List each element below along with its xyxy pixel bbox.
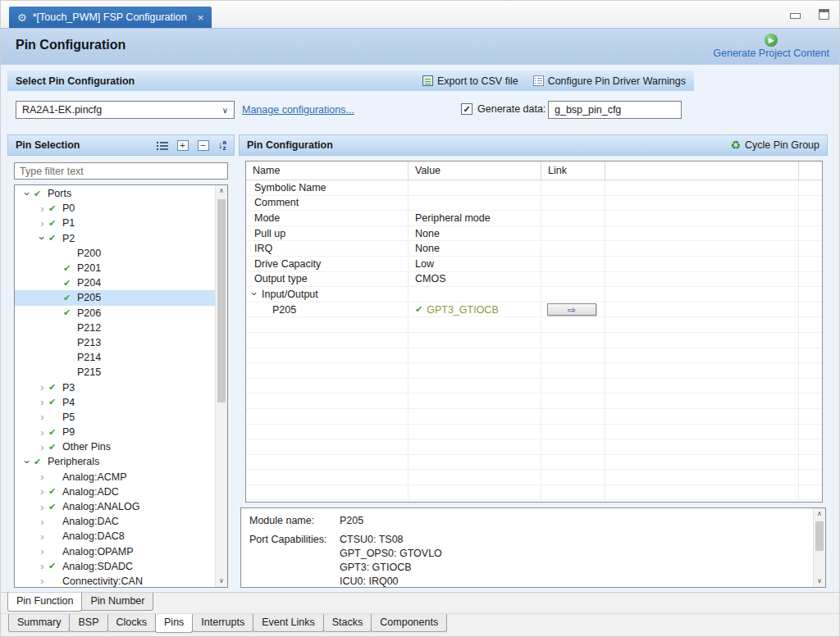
scrollbar-thumb[interactable] (815, 521, 824, 551)
tree-item-p9[interactable]: ›✔P9 (15, 425, 215, 439)
tree-item-p214[interactable]: P214 (15, 350, 215, 365)
tree-item-peripherals[interactable]: ›✔Peripherals (15, 454, 215, 469)
column-header-name[interactable]: Name (246, 162, 409, 180)
table-row-irq[interactable]: IRQNone (246, 241, 822, 257)
column-header-value[interactable]: Value (409, 162, 541, 180)
collapse-all-icon[interactable]: − (198, 140, 209, 151)
chevron-right-icon[interactable]: › (36, 471, 48, 482)
scroll-down-icon[interactable]: ∨ (814, 576, 825, 587)
tree-scrollbar[interactable]: ∧ ∨ (215, 185, 227, 587)
tab-pin-number[interactable]: Pin Number (81, 593, 153, 611)
tree-item-p2[interactable]: ›✔P2 (15, 231, 215, 246)
module-info-scrollbar[interactable]: ∧ ∨ (813, 508, 825, 587)
cycle-pin-group-button[interactable]: ♻ Cycle Pin Group (730, 139, 819, 152)
tree-item-p212[interactable]: P212 (15, 321, 215, 335)
scroll-down-icon[interactable]: ∨ (216, 576, 227, 587)
tree-item-analog-opamp[interactable]: ›Analog:OPAMP (15, 544, 215, 559)
configure-pin-driver-warnings-button[interactable]: Configure Pin Driver Warnings (533, 75, 686, 87)
chevron-down-icon[interactable]: › (22, 456, 33, 468)
table-row-symbolic-name[interactable]: Symbolic Name (246, 180, 822, 196)
tree-item-p3[interactable]: ›✔P3 (15, 380, 215, 394)
scroll-up-icon[interactable]: ∧ (216, 185, 227, 197)
tree-item-p201[interactable]: ✔P201 (15, 261, 215, 275)
chevron-right-icon[interactable]: › (36, 203, 48, 214)
chevron-right-icon[interactable]: › (36, 561, 48, 571)
tree-item-analog-acmp[interactable]: ›Analog:ACMP (15, 470, 215, 485)
tab-summary[interactable]: Summary (8, 614, 70, 632)
restore-icon[interactable] (819, 9, 829, 20)
pin-configuration-select[interactable]: RA2A1-EK.pincfg ∨ (16, 101, 235, 119)
table-row-empty (246, 348, 822, 364)
generate-project-content[interactable]: ▶ Generate Project Content (713, 31, 829, 59)
tree-item-analog-analog[interactable]: ›✔Analog:ANALOG (15, 499, 215, 514)
tree-item-analog-dac[interactable]: ›Analog:DAC (15, 514, 215, 529)
table-row-mode[interactable]: ModePeripheral mode (246, 211, 822, 226)
sort-az-icon[interactable]: ↓ az (218, 139, 226, 151)
table-row-comment[interactable]: Comment (246, 196, 822, 212)
tree-item-other-pins[interactable]: ›✔Other Pins (15, 439, 215, 454)
tree-item-analog-dac8[interactable]: ›Analog:DAC8 (15, 529, 215, 544)
table-row-output-type[interactable]: Output typeCMOS (246, 272, 822, 288)
table-row-p205[interactable]: P205✔GPT3_GTIOCB⇨ (246, 303, 822, 318)
chevron-right-icon[interactable]: › (36, 218, 48, 229)
tree-item-p1[interactable]: ›✔P1 (15, 216, 215, 230)
tree-item-p200[interactable]: P200 (15, 246, 215, 261)
tab-clocks[interactable]: Clocks (107, 614, 157, 632)
export-csv-button[interactable]: Export to CSV file (422, 75, 518, 87)
chevron-down-icon[interactable]: › (22, 188, 33, 200)
chevron-right-icon[interactable]: › (36, 546, 48, 557)
chevron-right-icon[interactable]: › (36, 576, 48, 586)
table-row-input-output[interactable]: ›Input/Output (246, 287, 822, 303)
tree-item-analog-adc[interactable]: ›✔Analog:ADC (15, 485, 215, 499)
editor-tab-fsp-configuration[interactable]: ⚙ *[Touch_PWM] FSP Configuration × (9, 7, 212, 28)
chevron-right-icon[interactable]: › (36, 531, 48, 542)
chevron-right-icon[interactable]: › (36, 502, 48, 512)
tab-pin-function[interactable]: Pin Function (7, 593, 82, 612)
pin-link-button[interactable]: ⇨ (547, 303, 596, 316)
chevron-right-icon[interactable]: › (36, 516, 48, 527)
scrollbar-thumb[interactable] (217, 199, 226, 403)
tree-item-label: P1 (62, 217, 75, 229)
manage-configurations-link[interactable]: Manage configurations... (242, 104, 354, 116)
check-icon: ✔ (415, 304, 422, 315)
tree-item-p215[interactable]: P215 (15, 365, 215, 380)
tree-item-p5[interactable]: ›P5 (15, 410, 215, 425)
row-name: IRQ (246, 243, 272, 254)
generate-data-checkbox[interactable]: ✓ (461, 103, 472, 115)
generate-project-content-link[interactable]: Generate Project Content (713, 48, 829, 59)
chevron-down-icon[interactable]: › (249, 289, 260, 300)
generate-data-input[interactable] (548, 101, 682, 119)
tree-item-p4[interactable]: ›✔P4 (15, 395, 215, 410)
tree-item-p205[interactable]: ✔P205 (15, 290, 215, 305)
scroll-up-icon[interactable]: ∧ (814, 508, 825, 520)
tab-bsp[interactable]: BSP (69, 614, 107, 632)
chevron-right-icon[interactable]: › (36, 442, 48, 453)
tab-pins[interactable]: Pins (155, 614, 193, 633)
minimize-icon[interactable] (790, 13, 801, 19)
chevron-right-icon[interactable]: › (36, 486, 48, 497)
column-header-link[interactable]: Link (541, 162, 605, 180)
table-row-drive-capacity[interactable]: Drive CapacityLow (246, 257, 822, 272)
chevron-right-icon[interactable]: › (36, 397, 48, 407)
tab-stacks[interactable]: Stacks (323, 614, 372, 632)
tree-item-p0[interactable]: ›✔P0 (15, 201, 215, 216)
tree-item-analog-sdadc[interactable]: ›✔Analog:SDADC (15, 559, 215, 574)
chevron-right-icon[interactable]: › (36, 412, 48, 422)
tree-item-p213[interactable]: P213 (15, 335, 215, 350)
chevron-down-icon[interactable]: › (37, 232, 48, 244)
tab-interrupts[interactable]: Interrupts (192, 614, 253, 632)
tree-item-ports[interactable]: ›✔Ports (15, 186, 215, 201)
view-menu-icon[interactable] (157, 141, 168, 150)
tree-item-p206[interactable]: ✔P206 (15, 306, 215, 321)
tree-item-connectivity-can[interactable]: ›Connectivity:CAN (15, 574, 215, 588)
table-row-pull-up[interactable]: Pull upNone (246, 226, 822, 242)
tab-event-links[interactable]: Event Links (253, 614, 324, 632)
filter-input[interactable] (14, 162, 228, 180)
close-icon[interactable]: × (198, 11, 204, 24)
view-tab-row: Pin FunctionPin Number (1, 593, 839, 612)
expand-all-icon[interactable]: + (177, 140, 189, 151)
chevron-right-icon[interactable]: › (36, 427, 48, 438)
tree-item-p204[interactable]: ✔P204 (15, 275, 215, 290)
tab-components[interactable]: Components (371, 614, 447, 632)
chevron-right-icon[interactable]: › (36, 382, 48, 393)
